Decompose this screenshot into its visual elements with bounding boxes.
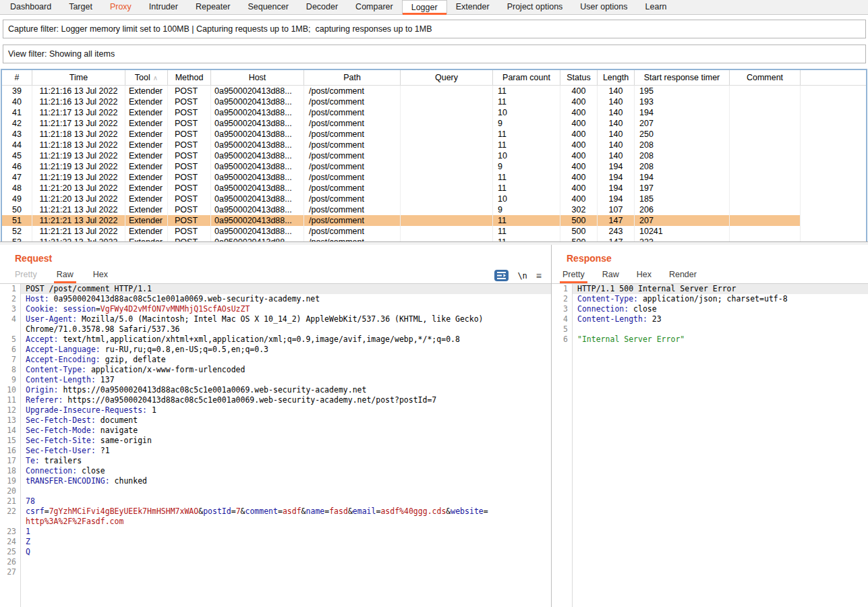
table-row[interactable]: 5011:21:21 13 Jul 2022ExtenderPOST0a9500… [2, 204, 866, 215]
cell: Extender [125, 150, 168, 161]
response-tab-raw[interactable]: Raw [602, 270, 619, 283]
table-row[interactable]: 4211:21:17 13 Jul 2022ExtenderPOST0a9500… [2, 118, 866, 129]
column-header-query[interactable]: Query [401, 70, 493, 85]
table-row[interactable]: 5111:21:21 13 Jul 2022ExtenderPOST0a9500… [2, 215, 866, 226]
line-number: 10 [0, 385, 21, 395]
table-row[interactable]: 4511:21:19 13 Jul 2022ExtenderPOST0a9500… [2, 150, 866, 161]
menu-item-comparer[interactable]: Comparer [347, 0, 402, 14]
table-row[interactable]: 4311:21:18 13 Jul 2022ExtenderPOST0a9500… [2, 129, 866, 140]
capture-filter-bar[interactable]: Capture filter: Logger memory limit set … [3, 20, 866, 38]
menu-item-sequencer[interactable]: Sequencer [239, 0, 297, 14]
line-number: 21 [0, 496, 21, 507]
cell: 400 [560, 161, 598, 172]
menu-item-proxy[interactable]: Proxy [101, 0, 140, 14]
cell: 0a9500020413d88... [211, 215, 304, 226]
code-line: 6Accept-Language: ru-RU,ru;q=0.8,en-US;q… [0, 345, 551, 355]
menu-item-user-options[interactable]: User options [571, 0, 636, 14]
cell: 46 [2, 161, 32, 172]
cell: /post/comment [304, 150, 401, 161]
cell [801, 183, 867, 194]
newline-toggle-icon[interactable]: \n [517, 271, 527, 281]
column-header-blank[interactable]: # [2, 70, 32, 85]
response-tab-hex[interactable]: Hex [637, 270, 652, 283]
request-tab-hex[interactable]: Hex [93, 270, 108, 283]
line-number: 4 [552, 314, 573, 324]
cell [730, 183, 801, 194]
cell: 147 [598, 215, 635, 226]
cell: /post/comment [304, 194, 401, 204]
column-header-status[interactable]: Status [560, 70, 598, 85]
table-row[interactable]: 4811:21:20 13 Jul 2022ExtenderPOST0a9500… [2, 183, 866, 194]
code-line: 9Content-Length: 137 [0, 375, 551, 385]
column-header-tool[interactable]: Tool∧ [125, 70, 168, 85]
column-header-method[interactable]: Method [168, 70, 211, 85]
column-header-time[interactable]: Time [32, 70, 125, 85]
line-number [0, 517, 21, 527]
code-line: 14Sec-Fetch-Mode: navigate [0, 426, 551, 436]
code-line: 17Te: trailers [0, 456, 551, 466]
table-row[interactable]: 5211:21:21 13 Jul 2022ExtenderPOST0a9500… [2, 226, 866, 237]
response-tab-pretty[interactable]: Pretty [562, 270, 585, 283]
line-number: 5 [552, 324, 573, 335]
cell: 0a9500020413d88... [211, 96, 304, 107]
menu-item-learn[interactable]: Learn [637, 0, 676, 14]
cell [401, 161, 493, 172]
response-tab-render[interactable]: Render [669, 270, 697, 283]
menu-item-decoder[interactable]: Decoder [297, 0, 347, 14]
table-row[interactable]: 4911:21:20 13 Jul 2022ExtenderPOST0a9500… [2, 194, 866, 204]
table-row[interactable]: 4711:21:19 13 Jul 2022ExtenderPOST0a9500… [2, 172, 866, 183]
line-number: 23 [0, 527, 21, 537]
menu-item-target[interactable]: Target [60, 0, 101, 14]
view-filter-bar[interactable]: View filter: Showing all items [3, 45, 866, 63]
cell: /post/comment [304, 118, 401, 129]
table-header-row: #TimeTool∧MethodHostPathQueryParam count… [2, 70, 866, 86]
request-tab-raw[interactable]: Raw [57, 270, 74, 283]
cell: 207 [635, 215, 730, 226]
editor-menu-icon[interactable]: ≡ [536, 271, 542, 281]
column-header-path[interactable]: Path [304, 70, 401, 85]
cell [730, 172, 801, 183]
table-row[interactable]: 4111:21:17 13 Jul 2022ExtenderPOST0a9500… [2, 107, 866, 118]
column-header-comment[interactable]: Comment [730, 70, 801, 85]
request-title: Request [15, 253, 52, 264]
request-tab-pretty[interactable]: Pretty [15, 270, 37, 283]
menu-item-extender[interactable]: Extender [447, 0, 498, 14]
prettify-toggle-icon[interactable] [494, 270, 509, 281]
cell: Extender [125, 172, 168, 183]
menu-item-logger[interactable]: Logger [402, 0, 447, 15]
cell: POST [168, 129, 211, 140]
cell: Extender [125, 215, 168, 226]
cell: 0a9500020413d88... [211, 226, 304, 237]
table-row[interactable]: 3911:21:16 13 Jul 2022ExtenderPOST0a9500… [2, 86, 866, 96]
column-header-length[interactable]: Length [598, 70, 635, 85]
cell: 9 [493, 118, 560, 129]
menu-item-project-options[interactable]: Project options [498, 0, 572, 14]
menu-item-intruder[interactable]: Intruder [140, 0, 187, 14]
cell: 43 [2, 129, 32, 140]
table-row[interactable]: 4011:21:16 13 Jul 2022ExtenderPOST0a9500… [2, 96, 866, 107]
menu-item-dashboard[interactable]: Dashboard [1, 0, 60, 14]
code-line: 3Cookie: session=VgFWy4D2vMfON7vMNMhjQ1S… [0, 304, 551, 314]
line-number: 18 [0, 466, 21, 476]
menu-item-repeater[interactable]: Repeater [187, 0, 239, 14]
cell: 0a9500020413d88... [211, 161, 304, 172]
cell [730, 204, 801, 215]
column-header-start-response-timer[interactable]: Start response timer [635, 70, 730, 85]
column-header-param-count[interactable]: Param count [493, 70, 560, 85]
response-editor[interactable]: 1HTTP/1.1 500 Internal Server Error2Cont… [552, 284, 868, 607]
cell: 9 [493, 204, 560, 215]
cell: 11:21:16 13 Jul 2022 [32, 96, 125, 107]
request-editor[interactable]: 1POST /post/comment HTTP/1.12Host: 0a950… [0, 284, 551, 607]
logger-table[interactable]: #TimeTool∧MethodHostPathQueryParam count… [1, 69, 867, 244]
cell: 51 [2, 215, 32, 226]
cell: 400 [560, 183, 598, 194]
cell: POST [168, 86, 211, 96]
column-header-spacer[interactable] [801, 70, 867, 85]
column-header-host[interactable]: Host [211, 70, 304, 85]
capture-filter-text: Capture filter: Logger memory limit set … [3, 24, 432, 34]
table-body: 3911:21:16 13 Jul 2022ExtenderPOST0a9500… [2, 86, 866, 244]
table-row[interactable]: 4611:21:19 13 Jul 2022ExtenderPOST0a9500… [2, 161, 866, 172]
table-row[interactable]: 4411:21:18 13 Jul 2022ExtenderPOST0a9500… [2, 140, 866, 150]
line-number: 24 [0, 537, 21, 547]
cell: 140 [598, 129, 635, 140]
